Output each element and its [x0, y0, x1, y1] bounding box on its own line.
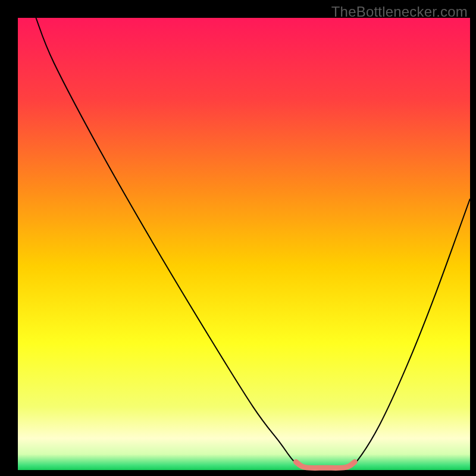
chart-frame: TheBottlenecker.com: [0, 0, 476, 476]
bottleneck-chart: [0, 0, 476, 476]
watermark-text: TheBottlenecker.com: [331, 4, 468, 20]
plot-background: [18, 18, 470, 470]
